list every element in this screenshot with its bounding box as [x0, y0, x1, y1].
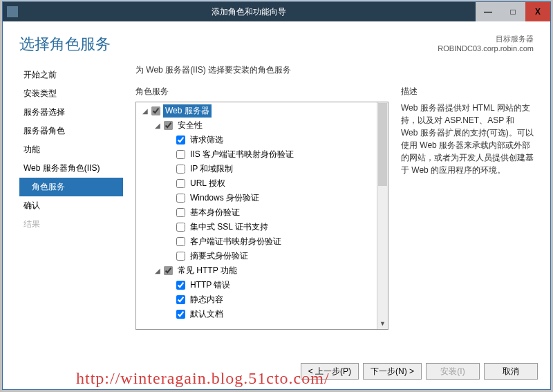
- minimize-button[interactable]: —: [476, 2, 500, 21]
- tree-label: IIS 客户端证书映射身份验证: [188, 148, 296, 161]
- window-title: 添加角色和功能向导: [22, 6, 476, 18]
- sidebar-item-3[interactable]: 服务器角色: [19, 122, 123, 140]
- header-row: 选择角色服务 目标服务器 ROBINDC03.corp.robin.com: [19, 34, 534, 55]
- page-title: 选择角色服务: [19, 34, 111, 55]
- install-button[interactable]: 安装(I): [426, 363, 480, 380]
- description-text: Web 服务器提供对 HTML 网站的支持，以及对 ASP.NET、ASP 和 …: [401, 102, 534, 176]
- tree-label: URL 授权: [188, 177, 227, 190]
- tree-checkbox[interactable]: [164, 121, 173, 130]
- prev-button[interactable]: < 上一步(P): [301, 363, 359, 380]
- tree-checkbox[interactable]: [176, 194, 185, 203]
- sidebar-item-1[interactable]: 安装类型: [19, 84, 123, 103]
- tree-label: 请求筛选: [188, 133, 225, 147]
- role-services-label: 角色服务: [135, 86, 388, 97]
- sidebar-item-4[interactable]: 功能: [19, 140, 123, 159]
- instruction-text: 为 Web 服务器(IIS) 选择要安装的角色服务: [135, 64, 534, 76]
- tree-checkbox[interactable]: [176, 252, 185, 261]
- description-label: 描述: [401, 86, 534, 97]
- window-buttons: — □ X: [476, 2, 550, 21]
- tree-checkbox[interactable]: [176, 165, 185, 174]
- tree-row-9[interactable]: 客户端证书映射身份验证: [136, 234, 388, 249]
- tree-row-12[interactable]: HTTP 错误: [136, 278, 388, 292]
- tree-row-4[interactable]: IP 和域限制: [136, 162, 388, 176]
- scroll-thumb[interactable]: [378, 103, 387, 186]
- tree-checkbox[interactable]: [176, 237, 185, 246]
- tree-row-13[interactable]: 静态内容: [136, 292, 388, 307]
- tree-row-1[interactable]: ◢安全性: [136, 118, 388, 133]
- tree-row-8[interactable]: 集中式 SSL 证书支持: [136, 220, 388, 234]
- close-button[interactable]: X: [525, 2, 550, 21]
- tree-row-0[interactable]: ◢Web 服务器: [136, 104, 388, 118]
- sidebar-item-0[interactable]: 开始之前: [19, 66, 123, 84]
- tree-label: 静态内容: [188, 293, 225, 306]
- tree-label: 集中式 SSL 证书支持: [188, 221, 270, 234]
- tree-label: 客户端证书映射身份验证: [188, 235, 283, 248]
- sidebar-item-7[interactable]: 确认: [19, 196, 123, 215]
- tree-label: 摘要式身份验证: [188, 250, 250, 263]
- tree-label: IP 和域限制: [188, 162, 235, 176]
- sidebar-item-8: 结果: [19, 215, 123, 234]
- tree-checkbox[interactable]: [176, 208, 185, 217]
- tree-row-3[interactable]: IIS 客户端证书映射身份验证: [136, 147, 388, 162]
- tree-label: 安全性: [176, 119, 205, 132]
- tree-row-6[interactable]: Windows 身份验证: [136, 191, 388, 205]
- scrollbar[interactable]: ▲ ▼: [377, 102, 388, 329]
- target-server-block: 目标服务器 ROBINDC03.corp.robin.com: [438, 34, 534, 53]
- tree-row-11[interactable]: ◢常见 HTTP 功能: [136, 263, 388, 278]
- tree-row-7[interactable]: 基本身份验证: [136, 205, 388, 220]
- sidebar-item-2[interactable]: 服务器选择: [19, 103, 123, 122]
- target-server-value: ROBINDC03.corp.robin.com: [438, 44, 534, 53]
- body-row: 开始之前安装类型服务器选择服务器角色功能Web 服务器角色(IIS)角色服务确认…: [19, 64, 534, 353]
- sidebar: 开始之前安装类型服务器选择服务器角色功能Web 服务器角色(IIS)角色服务确认…: [19, 64, 123, 353]
- expander-icon[interactable]: ◢: [140, 107, 150, 115]
- scroll-down-icon[interactable]: ▼: [377, 318, 388, 329]
- tree-checkbox[interactable]: [176, 295, 185, 304]
- next-button[interactable]: 下一步(N) >: [363, 363, 422, 380]
- tree-checkbox[interactable]: [176, 310, 185, 319]
- tree-checkbox[interactable]: [176, 179, 185, 188]
- main-panel: 为 Web 服务器(IIS) 选择要安装的角色服务 角色服务 ◢Web 服务器◢…: [135, 64, 534, 353]
- columns: 角色服务 ◢Web 服务器◢安全性请求筛选IIS 客户端证书映射身份验证IP 和…: [135, 86, 534, 353]
- tree-row-2[interactable]: 请求筛选: [136, 133, 388, 147]
- tree-label: 默认文档: [188, 308, 225, 321]
- role-services-column: 角色服务 ◢Web 服务器◢安全性请求筛选IIS 客户端证书映射身份验证IP 和…: [135, 86, 388, 353]
- titlebar[interactable]: 添加角色和功能向导 — □ X: [3, 2, 550, 21]
- tree-checkbox[interactable]: [164, 266, 173, 275]
- tree-label: Windows 身份验证: [188, 192, 261, 205]
- role-services-tree[interactable]: ◢Web 服务器◢安全性请求筛选IIS 客户端证书映射身份验证IP 和域限制UR…: [135, 102, 388, 330]
- tree-checkbox[interactable]: [151, 106, 160, 115]
- sidebar-item-6[interactable]: 角色服务: [19, 178, 123, 196]
- app-icon: [7, 6, 18, 17]
- maximize-button[interactable]: □: [500, 2, 525, 21]
- tree-checkbox[interactable]: [176, 281, 185, 290]
- cancel-button[interactable]: 取消: [484, 363, 538, 380]
- wizard-window: 添加角色和功能向导 — □ X 选择角色服务 目标服务器 ROBINDC03.c…: [2, 1, 551, 390]
- sidebar-item-5[interactable]: Web 服务器角色(IIS): [19, 159, 123, 178]
- description-column: 描述 Web 服务器提供对 HTML 网站的支持，以及对 ASP.NET、ASP…: [401, 86, 534, 353]
- tree-checkbox[interactable]: [176, 223, 185, 232]
- content-area: 选择角色服务 目标服务器 ROBINDC03.corp.robin.com 开始…: [3, 21, 550, 353]
- footer: < 上一步(P) 下一步(N) > 安装(I) 取消: [3, 353, 550, 389]
- tree-label: Web 服务器: [163, 104, 212, 118]
- tree-checkbox[interactable]: [176, 150, 185, 159]
- expander-icon[interactable]: ◢: [153, 267, 162, 274]
- target-server-label: 目标服务器: [438, 34, 534, 44]
- tree-label: 常见 HTTP 功能: [176, 264, 239, 277]
- tree-row-5[interactable]: URL 授权: [136, 176, 388, 191]
- tree-label: HTTP 错误: [188, 279, 232, 292]
- tree-row-14[interactable]: 默认文档: [136, 307, 388, 321]
- tree-row-10[interactable]: 摘要式身份验证: [136, 249, 388, 263]
- tree-checkbox[interactable]: [176, 136, 185, 144]
- expander-icon[interactable]: ◢: [153, 122, 162, 129]
- tree-label: 基本身份验证: [188, 206, 242, 219]
